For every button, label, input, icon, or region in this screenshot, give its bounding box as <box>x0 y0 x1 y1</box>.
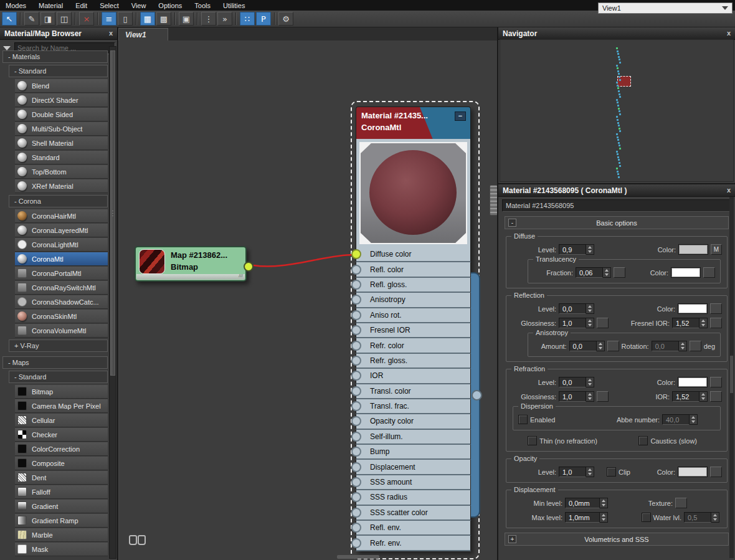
spinner-arrows[interactable] <box>690 414 698 425</box>
browser-item-coronalightmtl[interactable]: CoronaLightMtl <box>15 238 108 252</box>
spinner-arrows[interactable] <box>699 391 708 402</box>
browser-section-standard[interactable]: - Standard <box>9 371 108 383</box>
node-canvas[interactable]: Map #213862... Bitmap Material #21435...… <box>118 40 497 560</box>
tab-view1[interactable]: View1 <box>118 28 168 40</box>
move-children-button[interactable]: ≡ <box>102 12 116 26</box>
input-socket[interactable] <box>351 295 361 305</box>
anisotropy-map-slot-button[interactable] <box>607 341 619 351</box>
displacement-texture-map-slot-button[interactable] <box>675 498 687 508</box>
water-level-spinner[interactable]: 0,5 <box>684 512 719 523</box>
spinner-arrows[interactable] <box>600 512 608 523</box>
browser-item-bitmap[interactable]: Bitmap <box>15 385 108 399</box>
browser-item-coronalayeredmtl[interactable]: CoronaLayeredMtl <box>15 224 108 237</box>
browser-item-coronamtl[interactable]: CoronaMtl <box>15 252 108 266</box>
abbe-number-spinner[interactable]: 40,0 <box>662 414 698 425</box>
slot-fresnel-ior[interactable]: Fresnel IOR <box>356 323 471 338</box>
expand-icon[interactable]: + <box>508 535 516 543</box>
caustics-checkbox[interactable] <box>638 436 648 445</box>
browser-section-standard[interactable]: - Standard <box>9 65 108 77</box>
translucency-map-slot-button[interactable] <box>703 267 715 278</box>
find-icon[interactable] <box>129 535 146 545</box>
browser-item-xref-material[interactable]: XRef Material <box>15 179 108 193</box>
fraction-map-slot-button[interactable] <box>614 267 625 278</box>
refraction-glossiness-map-slot-button[interactable] <box>597 391 609 402</box>
water-level-checkbox[interactable] <box>642 513 651 522</box>
spinner-arrows[interactable] <box>586 244 594 255</box>
spinner-arrows[interactable] <box>679 341 687 351</box>
refraction-color-swatch[interactable] <box>678 377 708 387</box>
refraction-level-spinner[interactable]: 0,0 <box>559 377 594 387</box>
input-socket[interactable] <box>351 310 361 320</box>
max-level-spinner[interactable]: 1,0mm <box>565 512 608 523</box>
pick-material-from-object-button[interactable]: ✎ <box>24 12 39 26</box>
slot-self-illum[interactable]: Self-illum. <box>356 430 471 445</box>
input-socket[interactable] <box>351 447 361 457</box>
minimize-node-button[interactable]: − <box>455 112 466 121</box>
material-output-socket[interactable] <box>472 390 482 401</box>
spinner-arrows[interactable] <box>586 318 594 328</box>
show-background-button[interactable]: ▦ <box>140 12 155 26</box>
input-socket[interactable] <box>351 280 361 290</box>
glossiness-map-slot-button[interactable] <box>597 318 609 328</box>
spinner-arrows[interactable] <box>597 341 605 351</box>
layout-all-button[interactable]: ⋮ <box>201 12 216 26</box>
input-socket[interactable] <box>351 325 361 335</box>
view-select-dropdown[interactable]: View1 <box>598 2 733 14</box>
input-socket[interactable] <box>351 356 361 366</box>
slot-diffuse-color[interactable]: Diffuse color <box>356 247 471 262</box>
slot-refr-env[interactable]: Refr. env. <box>356 536 471 551</box>
slot-sss-scatter-color[interactable]: SSS scatter color <box>356 506 471 521</box>
input-socket[interactable] <box>351 416 361 426</box>
input-socket[interactable] <box>351 386 361 396</box>
options-gear-button[interactable]: ⚙ <box>278 12 293 26</box>
input-socket[interactable] <box>351 508 361 518</box>
opacity-clip-checkbox[interactable] <box>607 467 616 477</box>
browser-item-multi-sub-object[interactable]: Multi/Sub-Object <box>15 122 108 136</box>
reflection-color-map-slot-button[interactable] <box>710 303 722 314</box>
rollout-volumetrics-sss[interactable]: + Volumetrics and SSS <box>505 533 729 546</box>
assign-material-to-selection-button[interactable]: ◨ <box>40 12 55 26</box>
browser-item-coronaskinmtl[interactable]: CoronaSkinMtl <box>15 310 108 323</box>
reflection-color-swatch[interactable] <box>678 303 708 314</box>
input-socket[interactable] <box>351 523 361 533</box>
browser-item-checker[interactable]: Checker <box>15 428 108 442</box>
rotation-map-slot-button[interactable] <box>690 341 701 351</box>
browser-item-coronahairmtl[interactable]: CoronaHairMtl <box>15 209 108 223</box>
put-material-to-scene-button[interactable]: ◫ <box>57 12 72 26</box>
menu-item-modes[interactable]: Modes <box>6 2 26 9</box>
dispersion-enabled-checkbox[interactable] <box>518 415 528 424</box>
spinner-arrows[interactable] <box>586 377 594 387</box>
slot-sss-radius[interactable]: SSS radius <box>356 490 471 505</box>
slot-refr-color[interactable]: Refr. color <box>356 338 471 353</box>
reflection-level-spinner[interactable]: 0,0 <box>559 303 594 314</box>
slot-ior[interactable]: IOR <box>356 369 471 384</box>
browser-item-coronashadowcatc[interactable]: CoronaShadowCatc... <box>15 295 108 309</box>
menu-item-view[interactable]: View <box>131 2 146 9</box>
menu-item-tools[interactable]: Tools <box>194 2 211 9</box>
rotation-spinner[interactable]: 0,0 <box>652 341 687 351</box>
delete-selected-button[interactable]: × <box>79 12 94 26</box>
min-level-spinner[interactable]: 0,0mm <box>565 498 608 508</box>
browser-item-shell-material[interactable]: Shell Material <box>15 136 108 150</box>
browser-section-v-ray[interactable]: + V-Ray <box>9 339 108 352</box>
collapse-icon[interactable]: - <box>508 219 516 227</box>
browser-item-falloff[interactable]: Falloff <box>15 485 108 499</box>
spinner-arrows[interactable] <box>603 267 611 278</box>
spinner-arrows[interactable] <box>699 318 708 328</box>
ior-spinner[interactable]: 1,52 <box>672 391 708 402</box>
slot-anisotropy[interactable]: Anisotropy <box>356 293 471 308</box>
menu-item-material[interactable]: Material <box>39 2 63 9</box>
navigator-canvas[interactable] <box>500 39 734 182</box>
opacity-map-slot-button[interactable] <box>710 467 722 477</box>
browser-item-mask[interactable]: Mask <box>15 543 108 556</box>
anisotropy-amount-spinner[interactable]: 0,0 <box>569 341 605 351</box>
browser-item-camera-map-per-pixel[interactable]: Camera Map Per Pixel <box>15 399 108 413</box>
browser-section-materials[interactable]: - Materials <box>2 50 108 63</box>
browser-item-blend[interactable]: Blend <box>15 79 108 93</box>
close-icon[interactable]: x <box>109 30 113 37</box>
input-socket[interactable] <box>351 538 361 548</box>
browser-item-colorcorrection[interactable]: ColorCorrection <box>15 442 108 456</box>
browser-item-dent[interactable]: Dent <box>15 471 108 485</box>
browser-item-coronavolumemtl[interactable]: CoronaVolumeMtl <box>15 324 108 338</box>
input-socket[interactable] <box>351 462 361 472</box>
